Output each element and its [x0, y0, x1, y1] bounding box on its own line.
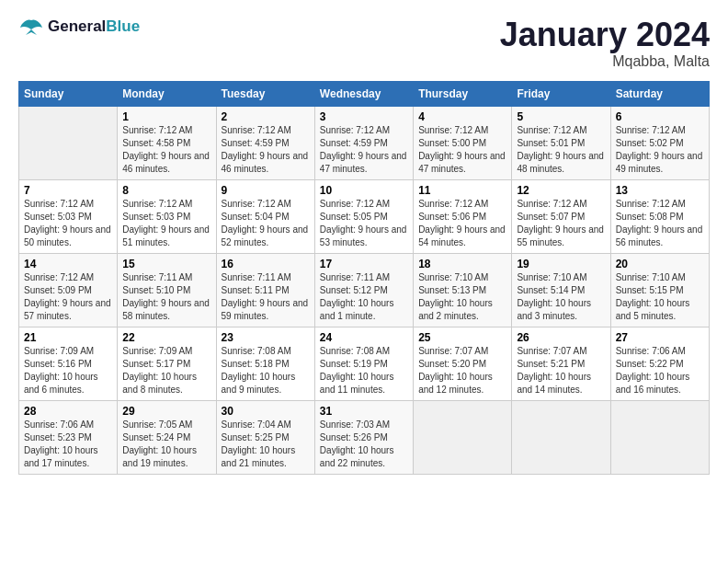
- header: GeneralBlue January 2024 Mqabba, Malta: [18, 17, 710, 70]
- sunset-text: Sunset: 5:07 PM: [517, 212, 585, 222]
- day-info: Sunrise: 7:10 AM Sunset: 5:14 PM Dayligh…: [517, 271, 605, 323]
- calendar-cell: 17 Sunrise: 7:11 AM Sunset: 5:12 PM Dayl…: [314, 253, 413, 327]
- calendar-cell: 25 Sunrise: 7:07 AM Sunset: 5:20 PM Dayl…: [414, 327, 512, 400]
- day-number: 3: [320, 110, 408, 123]
- sunset-text: Sunset: 5:00 PM: [418, 138, 486, 148]
- daylight-text: Daylight: 9 hours and 55 minutes.: [517, 224, 604, 247]
- calendar-cell: 28 Sunrise: 7:06 AM Sunset: 5:23 PM Dayl…: [19, 400, 118, 474]
- day-info: Sunrise: 7:12 AM Sunset: 5:07 PM Dayligh…: [517, 198, 605, 249]
- daylight-text: Daylight: 9 hours and 47 minutes.: [418, 151, 506, 174]
- sunset-text: Sunset: 5:01 PM: [517, 138, 585, 148]
- calendar-cell: 1 Sunrise: 7:12 AM Sunset: 4:58 PM Dayli…: [118, 106, 216, 179]
- calendar-cell: 8 Sunrise: 7:12 AM Sunset: 5:03 PM Dayli…: [118, 179, 216, 253]
- daylight-text: Daylight: 10 hours and 5 minutes.: [616, 298, 690, 321]
- daylight-text: Daylight: 10 hours and 16 minutes.: [616, 372, 690, 395]
- day-number: 19: [517, 258, 605, 270]
- day-number: 28: [24, 405, 112, 418]
- day-number: 8: [122, 184, 210, 197]
- day-number: 9: [222, 184, 310, 197]
- sunrise-text: Sunrise: 7:06 AM: [24, 419, 94, 430]
- sunset-text: Sunset: 5:03 PM: [122, 212, 190, 222]
- daylight-text: Daylight: 9 hours and 57 minutes.: [24, 298, 111, 321]
- calendar-cell: 13 Sunrise: 7:12 AM Sunset: 5:08 PM Dayl…: [610, 179, 709, 253]
- sunrise-text: Sunrise: 7:06 AM: [616, 346, 686, 356]
- day-number: 30: [222, 405, 310, 418]
- daylight-text: Daylight: 10 hours and 6 minutes.: [24, 372, 98, 395]
- day-number: 17: [320, 258, 408, 270]
- calendar-week-4: 21 Sunrise: 7:09 AM Sunset: 5:16 PM Dayl…: [19, 327, 710, 400]
- daylight-text: Daylight: 9 hours and 59 minutes.: [222, 298, 309, 321]
- calendar-cell: 30 Sunrise: 7:04 AM Sunset: 5:25 PM Dayl…: [216, 400, 314, 474]
- sunrise-text: Sunrise: 7:09 AM: [122, 346, 192, 356]
- daylight-text: Daylight: 10 hours and 8 minutes.: [122, 372, 197, 395]
- col-sunday: Sunday: [19, 81, 118, 106]
- day-info: Sunrise: 7:12 AM Sunset: 5:01 PM Dayligh…: [517, 124, 605, 176]
- sunrise-text: Sunrise: 7:11 AM: [122, 272, 192, 282]
- calendar-cell: [414, 400, 512, 474]
- daylight-text: Daylight: 9 hours and 49 minutes.: [616, 151, 703, 174]
- calendar-cell: 4 Sunrise: 7:12 AM Sunset: 5:00 PM Dayli…: [414, 106, 512, 179]
- sunset-text: Sunset: 4:58 PM: [122, 138, 190, 148]
- daylight-text: Daylight: 9 hours and 46 minutes.: [122, 151, 210, 174]
- sunset-text: Sunset: 4:59 PM: [320, 138, 388, 148]
- sunset-text: Sunset: 5:26 PM: [320, 432, 388, 442]
- calendar-cell: 27 Sunrise: 7:06 AM Sunset: 5:22 PM Dayl…: [610, 327, 709, 400]
- sunset-text: Sunset: 5:18 PM: [222, 359, 290, 369]
- logo: GeneralBlue: [18, 17, 140, 37]
- day-info: Sunrise: 7:12 AM Sunset: 5:03 PM Dayligh…: [24, 198, 112, 249]
- calendar-cell: 16 Sunrise: 7:11 AM Sunset: 5:11 PM Dayl…: [216, 253, 314, 327]
- daylight-text: Daylight: 9 hours and 53 minutes.: [320, 224, 407, 247]
- sunset-text: Sunset: 5:19 PM: [320, 359, 388, 369]
- day-number: 24: [320, 331, 408, 344]
- day-number: 14: [24, 258, 112, 270]
- day-info: Sunrise: 7:03 AM Sunset: 5:26 PM Dayligh…: [320, 419, 408, 470]
- day-number: 20: [616, 258, 704, 270]
- sunset-text: Sunset: 5:11 PM: [222, 285, 290, 295]
- calendar-cell: 26 Sunrise: 7:07 AM Sunset: 5:21 PM Dayl…: [512, 327, 610, 400]
- sunrise-text: Sunrise: 7:03 AM: [320, 419, 390, 430]
- sunset-text: Sunset: 5:04 PM: [222, 212, 290, 222]
- sunrise-text: Sunrise: 7:12 AM: [222, 199, 291, 209]
- calendar-cell: 18 Sunrise: 7:10 AM Sunset: 5:13 PM Dayl…: [414, 253, 512, 327]
- daylight-text: Daylight: 10 hours and 2 minutes.: [418, 298, 493, 321]
- logo-text: GeneralBlue: [48, 17, 140, 36]
- day-info: Sunrise: 7:07 AM Sunset: 5:21 PM Dayligh…: [517, 345, 605, 396]
- logo-icon: [18, 17, 44, 37]
- col-wednesday: Wednesday: [314, 81, 413, 106]
- day-number: 31: [320, 405, 408, 418]
- sunrise-text: Sunrise: 7:10 AM: [616, 272, 686, 282]
- daylight-text: Daylight: 10 hours and 14 minutes.: [517, 372, 591, 395]
- day-number: 26: [517, 331, 605, 344]
- day-number: 2: [222, 110, 310, 123]
- logo-general: General: [48, 17, 106, 35]
- calendar-cell: 20 Sunrise: 7:10 AM Sunset: 5:15 PM Dayl…: [610, 253, 709, 327]
- calendar-week-1: 1 Sunrise: 7:12 AM Sunset: 4:58 PM Dayli…: [19, 106, 710, 179]
- location: Mqabba, Malta: [500, 53, 710, 70]
- daylight-text: Daylight: 9 hours and 50 minutes.: [24, 224, 111, 247]
- daylight-text: Daylight: 10 hours and 1 minute.: [320, 298, 394, 321]
- title-block: January 2024 Mqabba, Malta: [500, 17, 710, 70]
- sunset-text: Sunset: 5:25 PM: [222, 432, 290, 442]
- calendar-cell: 23 Sunrise: 7:08 AM Sunset: 5:18 PM Dayl…: [216, 327, 314, 400]
- sunrise-text: Sunrise: 7:10 AM: [517, 272, 586, 282]
- sunrise-text: Sunrise: 7:12 AM: [517, 125, 586, 135]
- calendar-cell: [610, 400, 709, 474]
- day-number: 25: [418, 331, 506, 344]
- sunset-text: Sunset: 5:13 PM: [418, 285, 486, 295]
- day-number: 22: [122, 331, 210, 344]
- sunrise-text: Sunrise: 7:07 AM: [517, 346, 586, 356]
- sunset-text: Sunset: 5:05 PM: [320, 212, 388, 222]
- day-info: Sunrise: 7:11 AM Sunset: 5:11 PM Dayligh…: [222, 271, 310, 323]
- day-info: Sunrise: 7:06 AM Sunset: 5:22 PM Dayligh…: [616, 345, 704, 396]
- day-info: Sunrise: 7:11 AM Sunset: 5:10 PM Dayligh…: [122, 271, 210, 323]
- sunset-text: Sunset: 5:14 PM: [517, 285, 585, 295]
- day-number: 13: [616, 184, 704, 197]
- sunset-text: Sunset: 5:24 PM: [122, 432, 190, 442]
- day-info: Sunrise: 7:12 AM Sunset: 5:03 PM Dayligh…: [122, 198, 210, 249]
- calendar-cell: 24 Sunrise: 7:08 AM Sunset: 5:19 PM Dayl…: [314, 327, 413, 400]
- daylight-text: Daylight: 9 hours and 56 minutes.: [616, 224, 703, 247]
- day-info: Sunrise: 7:04 AM Sunset: 5:25 PM Dayligh…: [222, 419, 310, 470]
- day-info: Sunrise: 7:12 AM Sunset: 4:59 PM Dayligh…: [320, 124, 408, 176]
- col-tuesday: Tuesday: [216, 81, 314, 106]
- calendar-cell: [512, 400, 610, 474]
